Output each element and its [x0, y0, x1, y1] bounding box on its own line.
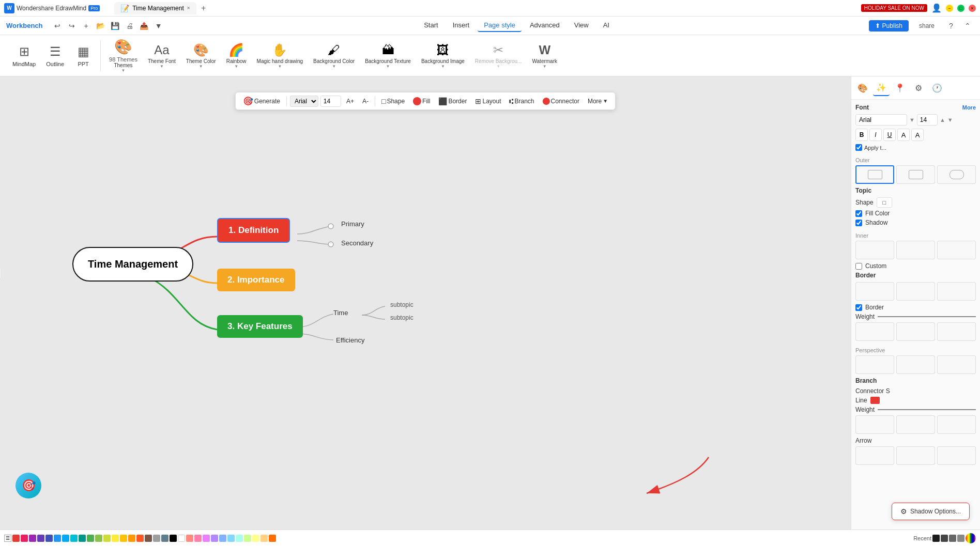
arrow-style-1[interactable]	[855, 446, 894, 465]
export-button[interactable]: 📤	[138, 20, 150, 32]
shadow-checkbox[interactable]	[855, 220, 862, 226]
font-size-input[interactable]	[320, 96, 341, 107]
font-color-button[interactable]: A	[897, 129, 910, 141]
font-name-input[interactable]	[855, 114, 907, 126]
shape-button[interactable]: □ Shape	[378, 96, 408, 107]
connector-button[interactable]: Connector	[540, 96, 583, 106]
color-indigo-a100[interactable]	[219, 535, 226, 542]
toolbar-magic-hand[interactable]: ✋ Magic hand drawing ▼	[253, 41, 308, 71]
right-tab-magic[interactable]: ✨	[873, 80, 890, 96]
color-orange-a100[interactable]	[261, 535, 268, 542]
arrow-style-2[interactable]	[896, 446, 935, 465]
maximize-button[interactable]: □	[957, 5, 964, 12]
color-indigo[interactable]	[45, 535, 53, 542]
menu-tab-pagestyle[interactable]: Page style	[478, 19, 522, 32]
shadow-options-popup[interactable]: ⚙ Shadow Options...	[892, 503, 970, 520]
border-checkbox[interactable]	[855, 304, 862, 311]
central-node[interactable]: Time Management	[72, 247, 193, 282]
right-tab-style[interactable]: 🎨	[854, 80, 871, 96]
font-select[interactable]: Arial	[290, 96, 318, 107]
menu-tab-insert[interactable]: Insert	[447, 19, 476, 32]
toolbar-mindmap[interactable]: ⊞ MindMap	[8, 42, 40, 69]
subtopic-time[interactable]: Time	[333, 309, 348, 317]
color-green[interactable]	[87, 535, 94, 542]
toolbar-ppt[interactable]: ▦ PPT	[70, 42, 96, 69]
color-yellow[interactable]	[112, 535, 119, 542]
font-more-link[interactable]: More	[962, 104, 976, 111]
share-button[interactable]: share	[913, 20, 941, 32]
color-lime[interactable]	[103, 535, 111, 542]
layout-button[interactable]: ⊞ Layout	[472, 96, 504, 107]
recent-color-4[interactable]	[957, 535, 964, 542]
more-button[interactable]: More ▼	[585, 96, 611, 106]
recent-color-2[interactable]	[941, 535, 948, 542]
color-blue[interactable]	[54, 535, 61, 542]
topic-definition[interactable]: 1. Definition	[217, 218, 290, 243]
branch-style-1[interactable]	[855, 415, 894, 434]
border-style-2[interactable]	[896, 322, 935, 341]
subtopic-primary[interactable]: Primary	[341, 220, 364, 228]
canvas[interactable]: 🎯 Generate Arial A+ A- □ Shape Fill ⬛ Bo…	[0, 76, 851, 529]
publish-button[interactable]: ⬆ Publish	[869, 20, 909, 32]
outer-shape-3[interactable]	[937, 165, 976, 184]
inner-shape-1[interactable]	[855, 241, 894, 259]
right-tab-settings[interactable]: ⚙	[910, 80, 927, 96]
border-button[interactable]: ⬛ Border	[435, 96, 470, 107]
collapse-panel-button[interactable]: ⌃	[961, 20, 974, 32]
topic-features[interactable]: 3. Key Features	[217, 315, 303, 338]
highlight-button[interactable]: A	[911, 129, 924, 141]
border-style-1[interactable]	[855, 322, 894, 341]
topic-importance[interactable]: 2. Importance	[217, 269, 295, 291]
branch-style-3[interactable]	[937, 415, 976, 434]
new-button[interactable]: +	[80, 20, 93, 32]
right-tab-history[interactable]: 🕐	[929, 80, 945, 96]
bold-button[interactable]: B	[855, 129, 868, 141]
branch-style-2[interactable]	[896, 415, 935, 434]
subtopic-secondary[interactable]: Secondary	[341, 239, 373, 247]
font-decrease-button[interactable]: A-	[359, 96, 372, 106]
save-button[interactable]: 💾	[109, 20, 121, 32]
generate-button[interactable]: 🎯 Generate	[240, 95, 283, 107]
color-light-blue-a100[interactable]	[227, 535, 235, 542]
help-button[interactable]: ?	[945, 20, 957, 32]
toolbar-rainbow[interactable]: 🌈 Rainbow ▼	[222, 41, 251, 71]
menu-tab-advanced[interactable]: Advanced	[524, 19, 566, 32]
undo-button[interactable]: ↩	[51, 20, 64, 32]
print-button[interactable]: 🖨	[124, 20, 136, 32]
color-purple[interactable]	[29, 535, 36, 542]
apply-checkbox[interactable]	[855, 144, 862, 151]
more-nav-button[interactable]: ▼	[152, 20, 165, 32]
subtopic-sub1[interactable]: subtopic	[390, 301, 414, 308]
open-button[interactable]: 📂	[95, 20, 107, 32]
workbench-label[interactable]: Workbench	[6, 22, 43, 29]
menu-tab-start[interactable]: Start	[418, 19, 444, 32]
menu-tab-view[interactable]: View	[568, 19, 595, 32]
menu-tab-ai[interactable]: AI	[597, 19, 616, 32]
toolbar-theme-font[interactable]: Aa Theme Font ▼	[144, 41, 180, 71]
fill-button[interactable]: Fill	[410, 96, 433, 107]
color-purple-a100[interactable]	[203, 535, 210, 542]
color-deep-orange-accent[interactable]	[269, 535, 276, 542]
right-tab-location[interactable]: 📍	[892, 80, 908, 96]
border-shape-3[interactable]	[937, 282, 976, 301]
recent-color-3[interactable]	[949, 535, 956, 542]
redo-button[interactable]: ↪	[66, 20, 78, 32]
underline-button[interactable]: U	[883, 129, 896, 141]
perspective-1[interactable]	[855, 355, 894, 374]
toolbar-remove-bg[interactable]: ✂ Remove Backgrou... ▼	[471, 41, 526, 71]
color-green-a100[interactable]	[244, 535, 251, 542]
border-shape-2[interactable]	[896, 282, 935, 301]
toolbar-theme-color[interactable]: 🎨 Theme Color ▼	[182, 41, 220, 71]
shape-select-button[interactable]: □	[877, 197, 892, 208]
outer-shape-2[interactable]	[896, 165, 935, 184]
toolbar-bg-image[interactable]: 🖼 Background Image ▼	[417, 41, 469, 71]
minimize-button[interactable]: −	[946, 5, 953, 12]
color-black[interactable]	[170, 535, 177, 542]
color-yellow-a100[interactable]	[252, 535, 259, 542]
font-increase-button[interactable]: A+	[343, 96, 357, 106]
color-brown[interactable]	[145, 535, 152, 542]
color-teal[interactable]	[79, 535, 86, 542]
color-red-a100[interactable]	[186, 535, 193, 542]
color-teal-a100[interactable]	[236, 535, 243, 542]
fill-color-checkbox[interactable]	[855, 210, 862, 217]
